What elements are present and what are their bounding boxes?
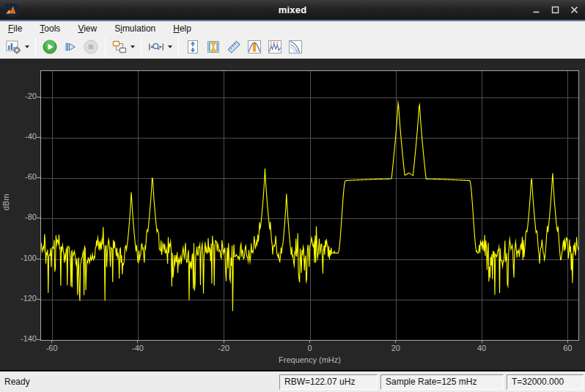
y-tickmark [37, 299, 40, 300]
titlebar[interactable]: mixed [0, 0, 585, 20]
step-forward-icon [62, 39, 78, 55]
x-tickmark [137, 340, 138, 343]
statusbar: Ready RBW=122.07 uHzSample Rate=125 mHzT… [0, 370, 585, 392]
run-button[interactable] [40, 37, 60, 57]
x-tick-label: -60 [46, 344, 58, 352]
x-tick-label: 40 [477, 344, 486, 352]
status-time: T=32000.000 [507, 374, 584, 390]
x-tick-label: 0 [307, 344, 312, 352]
x-tickmark [309, 340, 310, 343]
x-tick-label: 20 [391, 344, 400, 352]
toolbar [0, 35, 585, 59]
menu-view[interactable]: View [71, 22, 103, 35]
y-tick-label: -20 [4, 92, 37, 100]
x-tickmark [395, 340, 396, 343]
menu-simulation[interactable]: Simulation [108, 22, 162, 35]
peak-finder-button[interactable] [265, 37, 285, 57]
x-axis-label: Frequency (mHz) [40, 355, 579, 364]
y-tickmark [37, 218, 40, 218]
span-zoom-icon [147, 39, 165, 55]
y-tick-label: -120 [4, 294, 37, 303]
y-tick-label: -140 [4, 334, 37, 343]
step-forward-button[interactable] [60, 37, 81, 57]
ruler-icon [226, 39, 242, 55]
y-tickmark [37, 259, 40, 259]
y-tickmark [37, 137, 40, 138]
x-tickmark [567, 340, 568, 343]
toolbar-separator [178, 37, 179, 56]
y-tickmark [37, 97, 40, 97]
window-title: mixed [0, 4, 585, 15]
highlight-simulink-block-button[interactable] [109, 37, 137, 57]
window-hourglass-icon [205, 39, 221, 55]
window-controls [529, 0, 581, 20]
menu-file[interactable]: File [1, 22, 29, 35]
peak-finder-icon [267, 39, 283, 55]
settings-chart-gear-icon [4, 39, 22, 55]
minimize-button[interactable] [529, 4, 542, 17]
spectrum-plot[interactable] [40, 70, 579, 341]
y-tick-label: -40 [4, 132, 37, 141]
autoscale-y-icon [185, 39, 201, 55]
toolbar-separator [35, 37, 36, 56]
y-tick-label: -100 [4, 254, 37, 262]
y-tick-label: -60 [4, 172, 37, 181]
autoscale-y-button[interactable] [183, 37, 203, 57]
stop-button [81, 37, 101, 57]
span-zoom-button[interactable] [145, 37, 174, 57]
menu-help[interactable]: Help [166, 22, 198, 35]
toolbar-separator [141, 37, 141, 56]
matlab-logo-icon [4, 4, 18, 17]
x-tickmark [482, 340, 482, 343]
figure-area: dBm Frequency (mHz) -60-40-200204060-20-… [0, 59, 585, 370]
channel-band-icon [246, 39, 262, 55]
ccdf-curves-icon [287, 39, 303, 55]
scope-settings-button[interactable] [2, 37, 32, 57]
menubar: FileToolsViewSimulationHelp [0, 21, 585, 35]
status-panels: RBW=122.07 uHzSample Rate=125 mHzT=32000… [279, 374, 584, 390]
channel-measurements-button[interactable] [244, 37, 265, 57]
spectral-window-button[interactable] [203, 37, 224, 57]
status-rbw: RBW=122.07 uHz [279, 374, 378, 390]
simulink-blocks-icon [111, 39, 128, 55]
x-tick-label: -40 [132, 344, 144, 352]
y-tick-label: -80 [4, 212, 37, 221]
y-tickmark [37, 177, 40, 178]
stop-icon [83, 39, 99, 55]
scope-settings-dropdown-caret[interactable] [25, 45, 29, 48]
x-tick-label: 60 [563, 344, 572, 352]
close-button[interactable] [567, 4, 581, 17]
highlight-simulink-block-dropdown-caret[interactable] [130, 45, 135, 48]
toolbar-separator [105, 37, 106, 56]
maximize-button[interactable] [548, 4, 562, 17]
cursor-measurements-button[interactable] [224, 37, 244, 57]
x-tickmark [51, 340, 52, 343]
y-tickmark [37, 339, 40, 340]
ccdf-measurements-button[interactable] [285, 37, 306, 57]
run-play-icon [42, 39, 58, 55]
spectrum-analyzer-window: mixed FileToolsViewSimulationHelp dBm Fr… [0, 0, 585, 392]
status-sample-rate: Sample Rate=125 mHz [380, 374, 504, 390]
x-tickmark [224, 340, 224, 343]
status-ready-text: Ready [4, 377, 279, 387]
x-tick-label: -20 [218, 344, 229, 352]
span-zoom-dropdown-caret[interactable] [168, 45, 172, 48]
menu-tools[interactable]: Tools [33, 22, 67, 35]
